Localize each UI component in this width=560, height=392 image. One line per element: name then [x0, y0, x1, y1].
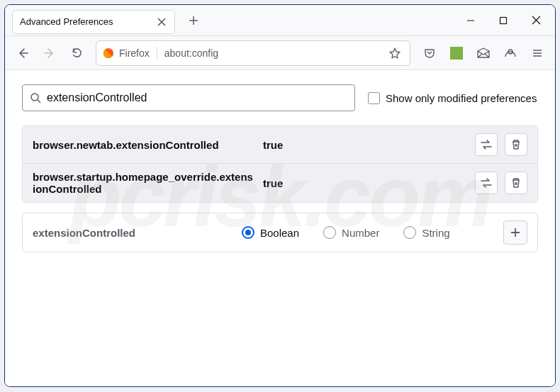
tab-close-button[interactable]: [156, 16, 167, 28]
firefox-logo-icon: [102, 47, 115, 60]
modified-only-label: Show only modified preferences: [386, 92, 537, 104]
maximize-button[interactable]: [487, 6, 520, 35]
svg-point-3: [31, 94, 38, 101]
search-input[interactable]: [47, 91, 347, 104]
close-icon: [532, 16, 541, 25]
toggle-button[interactable]: [475, 133, 498, 156]
minimize-icon: [466, 16, 475, 25]
menu-button[interactable]: [525, 41, 549, 65]
about-config-content: Show only modified preferences browser.n…: [5, 70, 555, 386]
pocket-button[interactable]: [418, 41, 442, 65]
checkbox-icon: [368, 92, 380, 104]
preferences-list: browser.newtab.extensionControlled true …: [22, 125, 538, 203]
pref-row[interactable]: browser.newtab.extensionControlled true: [23, 126, 537, 164]
inbox-button[interactable]: [471, 41, 495, 65]
radio-icon: [323, 226, 336, 239]
add-pref-name: extensionControlled: [33, 227, 242, 239]
close-icon: [157, 18, 166, 26]
window-controls: [454, 6, 552, 35]
minimize-button[interactable]: [454, 6, 487, 35]
active-tab[interactable]: Advanced Preferences: [12, 10, 175, 34]
radio-number[interactable]: Number: [323, 226, 379, 239]
tab-title: Advanced Preferences: [20, 16, 156, 27]
trash-icon: [510, 139, 522, 150]
search-box[interactable]: [22, 84, 355, 111]
identity-box[interactable]: Firefox: [102, 47, 157, 60]
radio-string[interactable]: String: [403, 226, 449, 239]
radio-label: String: [422, 227, 449, 239]
pref-value: true: [263, 139, 475, 151]
back-button[interactable]: [11, 41, 35, 65]
extension-button[interactable]: [444, 41, 469, 65]
reload-icon: [71, 47, 83, 59]
nav-toolbar: Firefox about:config: [5, 36, 555, 70]
extension-icon: [450, 47, 463, 60]
trash-icon: [510, 177, 522, 189]
radio-boolean[interactable]: Boolean: [242, 226, 299, 239]
radio-label: Boolean: [260, 227, 299, 239]
toggle-icon: [480, 139, 493, 150]
forward-button[interactable]: [38, 41, 62, 65]
pref-row[interactable]: browser.startup.homepage_override.extens…: [23, 164, 537, 202]
pref-actions: [475, 172, 527, 194]
pref-value: true: [263, 177, 475, 189]
add-pref-row: extensionControlled Boolean Number Strin…: [22, 213, 538, 252]
type-radio-group: Boolean Number String: [242, 226, 503, 239]
close-window-button[interactable]: [520, 6, 552, 35]
star-icon: [388, 47, 401, 60]
url-text[interactable]: about:config: [164, 47, 386, 59]
modified-only-checkbox[interactable]: Show only modified preferences: [368, 92, 537, 104]
forward-arrow-icon: [43, 47, 56, 60]
radio-icon: [242, 226, 254, 239]
plus-icon: [189, 16, 198, 26]
pref-name: browser.newtab.extensionControlled: [33, 139, 263, 151]
bookmark-button[interactable]: [386, 47, 404, 60]
new-tab-button[interactable]: [184, 11, 203, 30]
titlebar: Advanced Preferences: [5, 5, 555, 36]
identity-label: Firefox: [119, 47, 150, 59]
pocket-icon: [423, 47, 436, 60]
search-icon: [30, 92, 41, 103]
toggle-button[interactable]: [475, 172, 498, 194]
add-button[interactable]: [503, 220, 527, 245]
radio-icon: [403, 226, 416, 239]
account-button[interactable]: [498, 41, 522, 65]
svg-rect-0: [500, 17, 507, 23]
browser-window: Advanced Preferences: [4, 4, 556, 387]
reload-button[interactable]: [65, 41, 89, 65]
pref-actions: [475, 133, 527, 156]
delete-button[interactable]: [505, 172, 527, 194]
maximize-icon: [499, 16, 508, 25]
pref-name: browser.startup.homepage_override.extens…: [33, 171, 263, 195]
delete-button[interactable]: [505, 133, 527, 156]
hamburger-icon: [532, 47, 543, 59]
search-row: Show only modified preferences: [22, 84, 538, 111]
radio-label: Number: [342, 227, 379, 239]
url-bar[interactable]: Firefox about:config: [96, 40, 410, 66]
inbox-icon: [476, 47, 491, 60]
back-arrow-icon: [16, 47, 29, 60]
plus-icon: [510, 227, 521, 238]
account-icon: [504, 47, 517, 60]
toggle-icon: [480, 177, 493, 189]
